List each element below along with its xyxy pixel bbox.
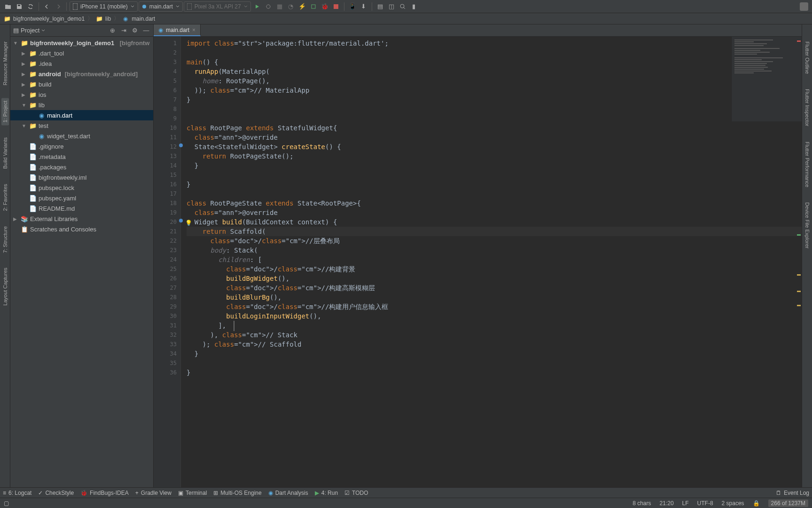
run-config-label: main.dart bbox=[149, 3, 173, 10]
tree-item-pubspec-yaml[interactable]: 📄pubspec.yaml bbox=[10, 193, 153, 203]
layout-inspector-icon[interactable]: ▤ bbox=[375, 1, 385, 12]
tab-device-file-explorer[interactable]: Device File Explorer bbox=[804, 199, 811, 251]
tab-flutter-outline[interactable]: Flutter Outline bbox=[804, 39, 811, 77]
code-editor[interactable]: 1234567891011121314151617181920💡21222324… bbox=[154, 37, 802, 487]
tree-item-test[interactable]: ▼📁test bbox=[10, 120, 153, 131]
tree-item-ios[interactable]: ▶📁ios bbox=[10, 89, 153, 100]
breadcrumb: 📁 bigfrontweekly_login_demo1 〉 📁 lib 〉 ◉… bbox=[0, 13, 812, 24]
project-panel: ▤ Project ⊕ ⇥ ⚙ — ▼📁 bigfrontweekly_logi… bbox=[10, 24, 154, 487]
code-content[interactable]: import class="str">'package:flutter/mate… bbox=[181, 37, 802, 487]
tab-project[interactable]: 1: Project bbox=[1, 98, 9, 125]
hot-reload-icon[interactable]: ⚡ bbox=[297, 1, 307, 12]
dart-file-icon: ◉ bbox=[122, 16, 129, 22]
collapse-icon[interactable]: ⇥ bbox=[119, 26, 128, 35]
sync-icon[interactable] bbox=[25, 1, 36, 12]
tab-structure[interactable]: 7: Structure bbox=[1, 223, 9, 256]
save-icon[interactable] bbox=[14, 1, 24, 12]
status-tool-toggle[interactable]: ▢ bbox=[4, 500, 9, 507]
status-encoding[interactable]: UTF-8 bbox=[697, 500, 713, 507]
text-caret bbox=[234, 321, 234, 331]
tab-main-dart[interactable]: ◉ main.dart × bbox=[154, 24, 201, 36]
stop-icon[interactable] bbox=[331, 1, 341, 12]
avatar-icon[interactable] bbox=[799, 1, 809, 12]
sdk-icon[interactable]: ⬇ bbox=[359, 1, 369, 12]
tree-item--metadata[interactable]: 📄.metadata bbox=[10, 151, 153, 162]
device-selector[interactable]: iPhone 11 (mobile) bbox=[70, 1, 138, 12]
breadcrumb-file[interactable]: main.dart bbox=[132, 16, 155, 22]
back-icon[interactable] bbox=[42, 1, 52, 12]
tree-item-readme-md[interactable]: 📄README.md bbox=[10, 203, 153, 214]
status-line-ending[interactable]: LF bbox=[682, 500, 689, 507]
settings-icon[interactable]: ⚙ bbox=[131, 26, 139, 35]
tool-gradle[interactable]: +Gradle View bbox=[135, 490, 172, 496]
tool-checkstyle[interactable]: ✓CheckStyle bbox=[38, 490, 74, 496]
run-icon[interactable] bbox=[252, 1, 262, 12]
tree-item-build[interactable]: ▶📁build bbox=[10, 79, 153, 89]
tab-favorites[interactable]: 2: Favorites bbox=[1, 181, 9, 214]
tab-flutter-inspector[interactable]: Flutter Inspector bbox=[804, 86, 811, 129]
search-icon[interactable] bbox=[398, 1, 408, 12]
attach-icon[interactable] bbox=[308, 1, 319, 12]
tool-findbugs[interactable]: 🐞FindBugs-IDEA bbox=[80, 490, 129, 496]
tree-item--idea[interactable]: ▶📁.idea bbox=[10, 58, 153, 69]
tree-item-widget-test-dart[interactable]: ◉widget_test.dart bbox=[10, 131, 153, 141]
tree-root[interactable]: ▼📁 bigfrontweekly_login_demo1 [bigfrontw bbox=[10, 38, 153, 48]
status-bar: ▢ 8 chars 21:20 LF UTF-8 2 spaces 🔒 266 … bbox=[0, 498, 812, 508]
run-config-selector[interactable]: main.dart bbox=[139, 1, 183, 12]
tree-item--packages[interactable]: 📄.packages bbox=[10, 162, 153, 172]
tab-build-variants[interactable]: Build Variants bbox=[1, 135, 9, 172]
minimap[interactable] bbox=[731, 37, 802, 121]
tool-dart-analysis[interactable]: ◉Dart Analysis bbox=[268, 490, 308, 496]
tree-scratches[interactable]: 📋 Scratches and Consoles bbox=[10, 224, 153, 234]
svg-rect-8 bbox=[800, 2, 808, 11]
tree-item-main-dart[interactable]: ◉main.dart bbox=[10, 110, 153, 120]
editor-tabs: ◉ main.dart × bbox=[154, 24, 802, 37]
svg-rect-3 bbox=[187, 3, 192, 10]
tree-item-android[interactable]: ▶📁android[bigfrontweekly_android] bbox=[10, 69, 153, 79]
tool-run[interactable]: ▶4: Run bbox=[315, 490, 338, 496]
tree-item-pubspec-lock[interactable]: 📄pubspec.lock bbox=[10, 183, 153, 193]
dart-file-icon: ◉ bbox=[158, 27, 163, 33]
emulator-selector[interactable]: Pixel 3a XL API 27 bbox=[184, 1, 251, 12]
svg-rect-0 bbox=[18, 5, 20, 6]
debug-attach-icon[interactable]: 🐞 bbox=[320, 1, 330, 12]
breadcrumb-folder[interactable]: lib bbox=[105, 16, 111, 22]
svg-point-2 bbox=[142, 5, 146, 8]
tab-label: main.dart bbox=[166, 27, 189, 33]
resource-icon[interactable]: ◫ bbox=[386, 1, 397, 12]
tree-item-bigfrontweekly-iml[interactable]: 📄bigfrontweekly.iml bbox=[10, 172, 153, 183]
svg-point-7 bbox=[400, 4, 404, 8]
tab-layout-captures[interactable]: Layout Captures bbox=[1, 265, 9, 309]
avd-icon[interactable]: 📱 bbox=[347, 1, 358, 12]
tool-logcat[interactable]: ≡6: Logcat bbox=[3, 490, 31, 496]
left-tool-strip: Resource Manager 1: Project Build Varian… bbox=[0, 24, 10, 487]
lock-icon[interactable]: 🔒 bbox=[753, 500, 760, 507]
forward-icon bbox=[53, 1, 63, 12]
tool-multios[interactable]: ⊞Multi-OS Engine bbox=[213, 490, 261, 496]
tool-todo[interactable]: ☑TODO bbox=[344, 490, 368, 496]
tree-item-lib[interactable]: ▼📁lib bbox=[10, 100, 153, 110]
hide-icon[interactable]: — bbox=[142, 26, 150, 35]
status-indent[interactable]: 2 spaces bbox=[722, 500, 744, 507]
breadcrumb-project[interactable]: bigfrontweekly_login_demo1 bbox=[13, 16, 85, 22]
tree-item--gitignore[interactable]: 📄.gitignore bbox=[10, 141, 153, 151]
status-position[interactable]: 21:20 bbox=[660, 500, 674, 507]
debug-icon[interactable] bbox=[263, 1, 273, 12]
tree-external-libraries[interactable]: ▶📚 External Libraries bbox=[10, 214, 153, 224]
status-memory[interactable]: 266 of 1237M bbox=[768, 500, 808, 507]
tool-event-log[interactable]: 🗒Event Log bbox=[776, 490, 809, 496]
project-title[interactable]: Project bbox=[21, 27, 39, 34]
close-icon[interactable]: × bbox=[192, 27, 195, 33]
tree-item--dart-tool[interactable]: ▶📁.dart_tool bbox=[10, 48, 153, 58]
tab-flutter-performance[interactable]: Flutter Performance bbox=[804, 139, 811, 190]
unknown-icon[interactable]: ▮ bbox=[409, 1, 419, 12]
locate-icon[interactable]: ⊕ bbox=[108, 26, 117, 35]
profile-icon[interactable]: ◔ bbox=[286, 1, 296, 12]
chevron-down-icon[interactable] bbox=[41, 29, 45, 32]
tab-resource-manager[interactable]: Resource Manager bbox=[1, 39, 9, 88]
open-icon[interactable] bbox=[3, 1, 13, 12]
tool-terminal[interactable]: ▣Terminal bbox=[178, 490, 207, 496]
editor-area: ◉ main.dart × 12345678910111213141516171… bbox=[154, 24, 802, 487]
coverage-icon[interactable]: ▦ bbox=[274, 1, 285, 12]
scrollbar-marks[interactable] bbox=[796, 37, 802, 487]
